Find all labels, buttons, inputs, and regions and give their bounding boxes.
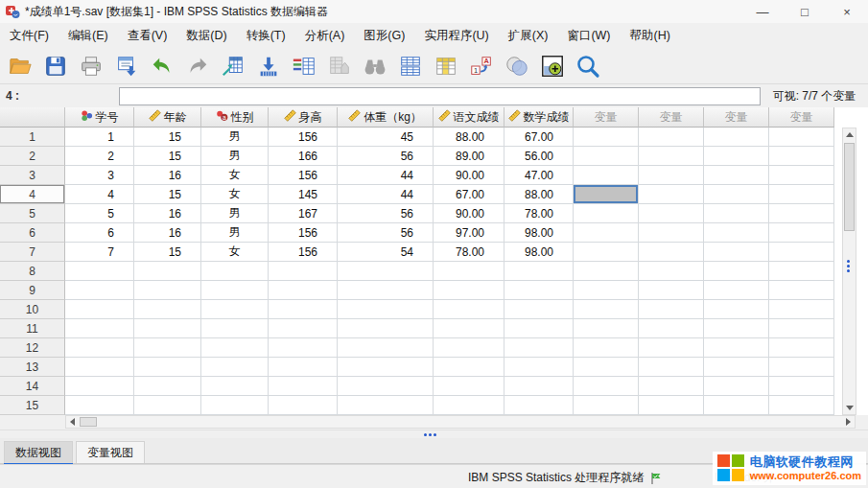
vertical-split-handle[interactable] — [847, 260, 850, 272]
menu-data[interactable]: 数据(D) — [186, 28, 226, 44]
data-cell[interactable]: 男 — [201, 147, 269, 166]
data-cell[interactable] — [704, 319, 769, 338]
data-cell[interactable] — [134, 396, 201, 415]
data-cell[interactable]: 16 — [134, 166, 201, 185]
data-cell[interactable]: 156 — [269, 128, 338, 147]
data-cell[interactable] — [201, 377, 269, 396]
data-cell[interactable] — [574, 185, 639, 204]
data-cell[interactable]: 5 — [65, 204, 134, 223]
data-cell[interactable]: 56 — [338, 204, 434, 223]
data-cell[interactable]: 98.00 — [504, 223, 574, 243]
data-cell[interactable] — [639, 377, 704, 396]
row-header[interactable]: 7 — [0, 243, 65, 262]
data-cell[interactable]: 女 — [201, 185, 269, 204]
data-cell[interactable] — [338, 281, 434, 300]
row-header[interactable]: 12 — [0, 338, 65, 358]
data-cell[interactable]: 7 — [65, 243, 134, 262]
data-cell[interactable] — [574, 147, 639, 166]
column-header[interactable]: 数学成绩 — [504, 107, 574, 128]
data-cell[interactable] — [134, 377, 201, 396]
data-cell[interactable] — [704, 377, 769, 396]
data-cell[interactable] — [504, 319, 574, 338]
data-cell[interactable]: 90.00 — [434, 204, 504, 223]
data-cell[interactable]: 156 — [269, 243, 338, 262]
data-cell[interactable] — [134, 319, 201, 338]
data-cell[interactable] — [769, 128, 834, 147]
data-cell[interactable] — [704, 281, 769, 300]
data-cell[interactable] — [704, 396, 769, 415]
data-cell[interactable] — [769, 185, 834, 204]
data-cell[interactable] — [769, 338, 834, 358]
split-file-icon[interactable] — [396, 52, 425, 81]
menu-graphs[interactable]: 图形(G) — [364, 28, 405, 44]
data-cell[interactable] — [338, 396, 434, 415]
data-cell[interactable] — [504, 377, 574, 396]
data-cell[interactable] — [704, 204, 769, 223]
data-cell[interactable]: 1 — [65, 128, 134, 147]
data-cell[interactable]: 145 — [269, 185, 338, 204]
row-header[interactable]: 9 — [0, 281, 65, 300]
use-variable-sets-icon[interactable] — [503, 52, 531, 81]
data-cell[interactable] — [769, 243, 834, 262]
data-cell[interactable] — [338, 319, 434, 338]
data-cell[interactable] — [504, 281, 574, 300]
data-cell[interactable] — [574, 262, 639, 281]
data-cell[interactable] — [574, 223, 639, 243]
data-cell[interactable] — [574, 166, 639, 185]
data-cell[interactable] — [134, 281, 201, 300]
data-cell[interactable] — [704, 262, 769, 281]
data-cell[interactable] — [434, 281, 504, 300]
data-cell[interactable] — [338, 338, 434, 358]
scroll-down-arrow-icon[interactable] — [844, 402, 855, 414]
data-cell[interactable] — [639, 166, 704, 185]
data-cell[interactable]: 45 — [338, 128, 434, 147]
data-cell[interactable] — [769, 319, 834, 338]
data-cell[interactable] — [639, 300, 704, 319]
data-cell[interactable] — [434, 262, 504, 281]
data-cell[interactable]: 156 — [269, 223, 338, 243]
data-cell[interactable]: 56 — [338, 223, 434, 243]
data-cell[interactable] — [574, 377, 639, 396]
data-cell[interactable] — [434, 338, 504, 358]
data-cell[interactable]: 98.00 — [504, 243, 574, 262]
column-header-placeholder[interactable]: 变量 — [639, 107, 704, 128]
data-cell[interactable] — [504, 396, 574, 415]
data-cell[interactable] — [434, 358, 504, 377]
data-cell[interactable] — [704, 300, 769, 319]
zoom-icon[interactable] — [574, 52, 602, 81]
tab-data-view[interactable]: 数据视图 — [4, 441, 73, 463]
data-cell[interactable] — [639, 204, 704, 223]
data-cell[interactable] — [338, 300, 434, 319]
cell-editor-input[interactable] — [119, 87, 761, 105]
data-cell[interactable]: 156 — [269, 166, 338, 185]
data-cell[interactable]: 15 — [134, 128, 201, 147]
data-cell[interactable] — [574, 128, 639, 147]
value-labels-icon[interactable]: 1A — [467, 52, 496, 81]
data-cell[interactable] — [639, 185, 704, 204]
data-cell[interactable]: 6 — [65, 223, 134, 243]
open-data-icon[interactable] — [6, 52, 35, 81]
data-cell[interactable]: 3 — [65, 166, 134, 185]
data-cell[interactable] — [639, 319, 704, 338]
data-cell[interactable] — [574, 358, 639, 377]
data-cell[interactable] — [639, 243, 704, 262]
column-header-placeholder[interactable]: 变量 — [574, 107, 639, 128]
data-cell[interactable] — [201, 358, 269, 377]
scroll-left-arrow-icon[interactable] — [66, 417, 79, 427]
data-cell[interactable] — [201, 319, 269, 338]
goto-case-icon[interactable] — [219, 52, 247, 81]
row-header[interactable]: 14 — [0, 377, 65, 396]
data-cell[interactable] — [65, 396, 134, 415]
data-cell[interactable]: 89.00 — [434, 147, 504, 166]
data-cell[interactable] — [269, 396, 338, 415]
data-cell[interactable] — [269, 281, 338, 300]
menu-view[interactable]: 查看(V) — [128, 28, 168, 44]
row-header[interactable]: 1 — [0, 128, 65, 147]
data-cell[interactable]: 4 — [65, 185, 134, 204]
data-cell[interactable] — [504, 338, 574, 358]
row-header[interactable]: 3 — [0, 166, 65, 185]
data-cell[interactable] — [639, 128, 704, 147]
show-all-variables-icon[interactable] — [538, 52, 567, 81]
row-header[interactable]: 10 — [0, 300, 65, 319]
data-cell[interactable] — [769, 147, 834, 166]
